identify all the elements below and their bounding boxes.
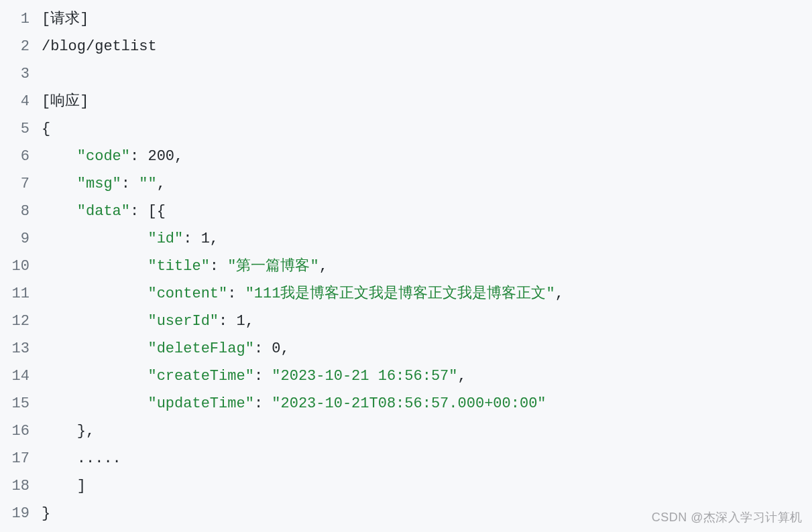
token-str: "userId" (148, 313, 219, 330)
token-punct: : (183, 230, 200, 247)
token-punct: , (174, 148, 183, 165)
code-line: 3 (0, 60, 812, 88)
token-plain (42, 148, 77, 165)
line-number: 9 (0, 225, 42, 253)
line-number: 7 (0, 170, 42, 198)
token-punct: } (42, 505, 50, 522)
token-punct: : (219, 313, 236, 330)
token-plain: [响应] (42, 93, 89, 110)
line-number: 12 (0, 308, 42, 335)
line-number: 14 (0, 362, 42, 390)
token-plain (42, 176, 77, 192)
token-num: 1 (236, 313, 245, 330)
token-str: "updateTime" (148, 395, 253, 412)
token-punct: : (254, 340, 272, 357)
line-number: 16 (0, 417, 42, 445)
line-content: [响应] (42, 88, 812, 115)
line-content: "updateTime": "2023-10-21T08:56:57.000+0… (42, 390, 812, 417)
token-punct: { (42, 121, 50, 137)
token-str: "code" (77, 148, 130, 165)
token-str: "2023-10-21 16:56:57" (272, 368, 457, 385)
code-line: 10 "title": "第一篇博客", (0, 253, 812, 280)
code-line: 5{ (0, 115, 812, 143)
line-content: "title": "第一篇博客", (42, 253, 812, 280)
line-content: "id": 1, (42, 225, 812, 253)
line-content: [请求] (42, 5, 812, 33)
token-plain: [请求] (42, 11, 89, 27)
code-line: 12 "userId": 1, (0, 308, 812, 335)
token-punct: : (254, 395, 272, 412)
token-str: "createTime" (148, 368, 253, 385)
code-line: 1[请求] (0, 5, 812, 33)
line-number: 6 (0, 143, 42, 170)
code-line: 18 ] (0, 472, 812, 500)
line-number: 8 (0, 198, 42, 225)
token-punct: : (130, 148, 148, 165)
token-plain (42, 313, 148, 330)
token-punct: , (319, 258, 328, 275)
watermark-text: CSDN @杰深入学习计算机 (652, 509, 803, 525)
token-plain (42, 285, 148, 302)
code-line: 11 "content": "111我是博客正文我是博客正文我是博客正文", (0, 280, 812, 308)
token-str: "msg" (77, 176, 121, 192)
line-number: 17 (0, 445, 42, 472)
code-line: 8 "data": [{ (0, 198, 812, 225)
line-content: ..... (42, 445, 812, 472)
token-str: "data" (77, 203, 130, 220)
token-plain: ..... (42, 450, 121, 467)
line-number: 2 (0, 33, 42, 60)
token-str: "deleteFlag" (148, 340, 253, 357)
token-str: "第一篇博客" (227, 258, 318, 275)
token-punct: : [{ (130, 203, 166, 220)
token-num: 200 (148, 148, 174, 165)
line-content: "createTime": "2023-10-21 16:56:57", (42, 362, 812, 390)
line-content: { (42, 115, 812, 143)
token-punct: }, (77, 423, 95, 440)
line-content: }, (42, 417, 812, 445)
code-line: 4[响应] (0, 88, 812, 115)
code-line: 6 "code": 200, (0, 143, 812, 170)
token-str: "111我是博客正文我是博客正文我是博客正文" (245, 285, 555, 302)
line-number: 3 (0, 60, 42, 88)
token-plain (42, 258, 148, 275)
token-num: 0 (272, 340, 280, 357)
token-punct: , (458, 368, 467, 385)
token-plain (42, 230, 148, 247)
line-number: 11 (0, 280, 42, 308)
token-str: "" (139, 176, 156, 192)
token-num: 1 (201, 230, 210, 247)
token-plain (42, 203, 77, 220)
line-content: /blog/getlist (42, 33, 812, 60)
code-block: 1[请求]2/blog/getlist34[响应]5{6 "code": 200… (0, 0, 812, 532)
token-punct: , (245, 313, 254, 330)
token-punct: , (157, 176, 166, 192)
token-punct: , (555, 285, 564, 302)
token-punct: ] (77, 478, 86, 494)
token-plain (42, 478, 77, 494)
token-plain (42, 423, 77, 440)
code-line: 17 ..... (0, 445, 812, 472)
line-number: 10 (0, 253, 42, 280)
line-content: "deleteFlag": 0, (42, 335, 812, 362)
line-content: "code": 200, (42, 143, 812, 170)
line-content: ] (42, 472, 812, 500)
line-content: "userId": 1, (42, 308, 812, 335)
token-punct: : (210, 258, 227, 275)
code-line: 2/blog/getlist (0, 33, 812, 60)
token-punct: , (280, 340, 289, 357)
line-number: 4 (0, 88, 42, 115)
line-content: "msg": "", (42, 170, 812, 198)
line-number: 18 (0, 472, 42, 500)
line-content: "content": "111我是博客正文我是博客正文我是博客正文", (42, 280, 812, 308)
token-plain: /blog/getlist (42, 38, 157, 55)
line-number: 15 (0, 390, 42, 417)
token-str: "2023-10-21T08:56:57.000+00:00" (272, 395, 546, 412)
token-plain (42, 395, 148, 412)
token-punct: , (210, 230, 219, 247)
token-plain (42, 340, 148, 357)
code-line: 15 "updateTime": "2023-10-21T08:56:57.00… (0, 390, 812, 417)
line-number: 1 (0, 5, 42, 33)
token-str: "id" (148, 230, 183, 247)
code-line: 9 "id": 1, (0, 225, 812, 253)
line-number: 19 (0, 500, 42, 527)
